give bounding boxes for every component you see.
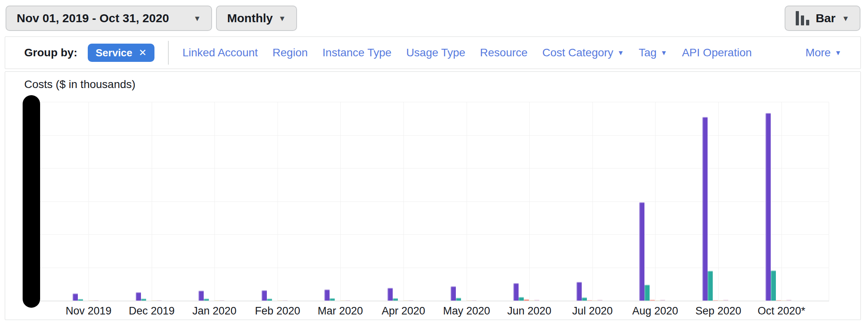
group-by-chip-service[interactable]: Service ✕ [88, 44, 155, 62]
chart-type-dropdown[interactable]: Bar ▼ [785, 6, 860, 31]
bar-series-2-teal-may-2020[interactable] [456, 298, 461, 301]
bar-series-1-purple-dec-2019[interactable] [136, 292, 141, 301]
bar-series-5-pink-oct-2020-[interactable] [786, 300, 791, 301]
bar-series-4-yellow-dec-2019[interactable] [151, 300, 156, 301]
chart-title: Costs ($ in thousands) [24, 78, 135, 91]
gridline-vertical [718, 102, 719, 301]
gridline-vertical [467, 102, 467, 301]
bar-series-4-yellow-jun-2020[interactable] [529, 300, 534, 301]
bar-series-4-yellow-aug-2020[interactable] [655, 300, 660, 301]
bar-series-1-purple-apr-2020[interactable] [388, 288, 393, 301]
bar-series-2-teal-nov-2019[interactable] [78, 299, 83, 301]
cost-explorer-page: { "controls": { "date_range_button": { "… [0, 0, 868, 322]
group-by-option-tag[interactable]: Tag▼ [638, 46, 667, 59]
bar-series-1-purple-mar-2020[interactable] [324, 289, 330, 301]
caret-down-icon: ▼ [617, 50, 624, 56]
group-by-option-resource[interactable]: Resource [480, 46, 528, 59]
caret-down-icon: ▼ [278, 15, 286, 22]
group-by-option-usage-type[interactable]: Usage Type [406, 46, 465, 59]
gridline-vertical [781, 102, 782, 301]
x-axis-label: Oct 2020* [748, 305, 815, 317]
bar-series-5-pink-jan-2020[interactable] [219, 300, 224, 301]
group-by-option-cost-category[interactable]: Cost Category▼ [542, 46, 624, 59]
divider [168, 41, 169, 65]
gridline-vertical [592, 102, 593, 301]
bar-series-2-teal-jul-2020[interactable] [582, 297, 587, 301]
bar-series-2-teal-dec-2019[interactable] [141, 299, 146, 301]
bar-series-1-purple-jul-2020[interactable] [577, 282, 582, 301]
bar-series-1-purple-oct-2020-[interactable] [766, 113, 771, 301]
bar-series-5-pink-jul-2020[interactable] [597, 300, 602, 301]
group-by-label: Group by: [24, 46, 77, 59]
bar-series-1-purple-nov-2019[interactable] [73, 293, 78, 301]
group-by-toolbar: Group by: Service ✕ Linked Account Regio… [5, 36, 861, 69]
caret-down-icon: ▼ [835, 50, 841, 56]
group-by-option-instance-type[interactable]: Instance Type [322, 46, 392, 59]
group-by-option-region[interactable]: Region [272, 46, 308, 59]
gridline-horizontal [25, 135, 829, 136]
bar-series-5-pink-apr-2020[interactable] [408, 300, 413, 301]
bar-series-3-red-jun-2020[interactable] [524, 299, 529, 301]
date-range-label: Nov 01, 2019 - Oct 31, 2020 [17, 12, 169, 25]
cost-chart-panel: Costs ($ in thousands) Nov 2019Dec 2019J… [5, 71, 861, 320]
bar-series-4-yellow-nov-2019[interactable] [88, 300, 93, 301]
bar-series-4-yellow-jan-2020[interactable] [214, 300, 219, 301]
bar-series-2-teal-sep-2020[interactable] [708, 271, 713, 301]
bar-series-5-pink-mar-2020[interactable] [345, 300, 350, 301]
bar-series-2-teal-feb-2020[interactable] [267, 299, 272, 301]
bar-series-1-purple-sep-2020[interactable] [702, 117, 708, 301]
bar-series-5-pink-feb-2020[interactable] [282, 300, 287, 301]
bar-series-5-pink-dec-2019[interactable] [156, 300, 162, 301]
plot-area [25, 102, 829, 301]
bar-chart-icon [796, 11, 809, 25]
bar-series-3-red-oct-2020-[interactable] [776, 300, 781, 301]
bar-series-4-yellow-may-2020[interactable] [466, 300, 471, 301]
bar-series-3-red-jul-2020[interactable] [587, 300, 592, 301]
bar-series-4-yellow-sep-2020[interactable] [718, 300, 723, 301]
bar-series-4-yellow-apr-2020[interactable] [403, 300, 408, 301]
bar-series-4-yellow-jul-2020[interactable] [592, 300, 597, 301]
gridline-vertical [829, 102, 829, 301]
bar-series-1-purple-feb-2020[interactable] [262, 290, 267, 301]
bar-series-3-red-sep-2020[interactable] [713, 300, 718, 301]
date-range-dropdown[interactable]: Nov 01, 2019 - Oct 31, 2020 ▼ [6, 6, 212, 31]
bar-series-2-teal-jan-2020[interactable] [204, 299, 209, 301]
granularity-label: Monthly [227, 12, 273, 25]
x-axis-label: Sep 2020 [685, 305, 752, 317]
group-by-more-dropdown[interactable]: More▼ [805, 46, 841, 59]
bar-series-5-pink-sep-2020[interactable] [723, 300, 728, 301]
bar-series-1-purple-aug-2020[interactable] [639, 202, 644, 301]
x-axis-label: Jun 2020 [496, 305, 563, 317]
bar-series-1-purple-jan-2020[interactable] [199, 291, 204, 301]
bar-series-4-yellow-oct-2020-[interactable] [781, 300, 786, 301]
group-by-option-linked-account[interactable]: Linked Account [182, 46, 258, 59]
gridline-horizontal [25, 268, 829, 268]
gridline-horizontal [25, 234, 829, 235]
bar-series-2-teal-apr-2020[interactable] [393, 298, 398, 301]
bar-series-5-pink-jun-2020[interactable] [534, 300, 539, 301]
bar-series-3-red-aug-2020[interactable] [650, 300, 655, 301]
gridline-vertical [278, 102, 278, 301]
x-axis-label: Apr 2020 [370, 305, 437, 317]
bar-series-1-purple-jun-2020[interactable] [513, 283, 519, 301]
gridline-vertical [214, 102, 215, 301]
bar-series-1-purple-may-2020[interactable] [451, 286, 456, 301]
gridline-vertical [529, 102, 530, 301]
bar-series-5-pink-nov-2019[interactable] [93, 300, 98, 301]
bar-series-2-teal-jun-2020[interactable] [519, 297, 524, 301]
bar-series-2-teal-aug-2020[interactable] [644, 285, 650, 301]
bar-series-2-teal-mar-2020[interactable] [330, 298, 335, 301]
bar-series-4-yellow-feb-2020[interactable] [277, 300, 282, 301]
bar-series-5-pink-aug-2020[interactable] [660, 300, 665, 301]
bar-series-4-yellow-mar-2020[interactable] [340, 300, 345, 301]
granularity-dropdown[interactable]: Monthly ▼ [216, 6, 297, 31]
x-axis-label: Nov 2019 [55, 305, 122, 317]
close-icon[interactable]: ✕ [139, 48, 147, 58]
chip-label: Service [96, 47, 133, 59]
group-by-option-api-operation[interactable]: API Operation [682, 46, 752, 59]
gridline-vertical [340, 102, 341, 301]
x-axis-label: Jul 2020 [559, 305, 626, 317]
gridline-vertical [403, 102, 404, 301]
bar-series-2-teal-oct-2020-[interactable] [771, 270, 776, 301]
bar-series-5-pink-may-2020[interactable] [471, 300, 476, 301]
